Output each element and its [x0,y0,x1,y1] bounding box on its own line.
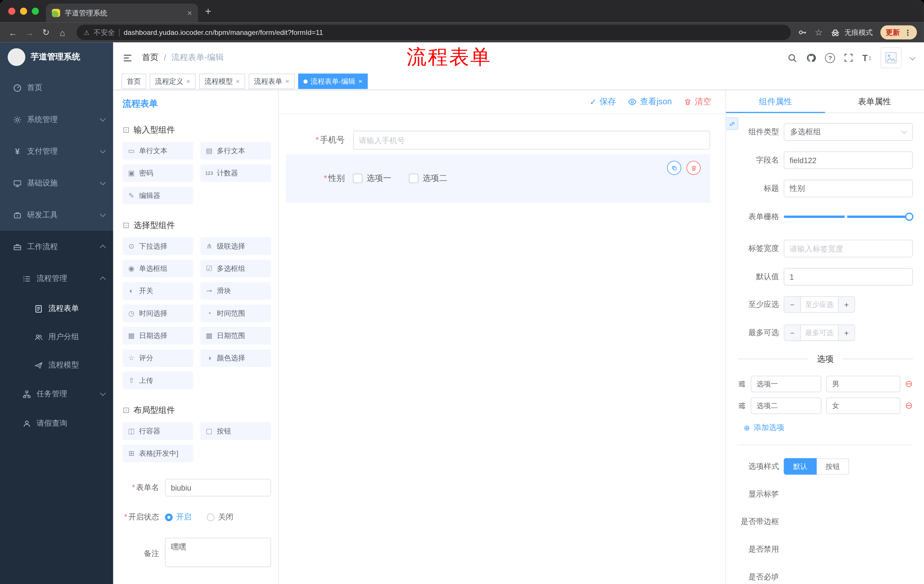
component-item-cascader[interactable]: ⋔级联选择 [200,237,271,255]
sidebar-item-infrastructure[interactable]: 基础设施 [0,167,113,199]
tag-close-icon[interactable]: × [186,77,190,86]
add-option-button[interactable]: ⊕ 添加选项 [744,422,913,433]
tag-process-definition[interactable]: 流程定义 × [150,74,196,89]
user-menu-caret-icon[interactable] [910,54,916,60]
option-label-input[interactable] [751,376,822,392]
font-size-icon[interactable]: T↕ [862,53,871,63]
tag-process-form-edit[interactable]: 流程表单-编辑 × [298,74,368,89]
clear-button[interactable]: 清空 [683,97,711,107]
component-item-time-picker[interactable]: ◷时间选择 [123,304,193,322]
component-item-table[interactable]: ⊞表格[开发中] [123,444,193,462]
window-minimize-button[interactable] [20,8,27,15]
window-close-button[interactable] [8,8,15,15]
component-item-radio-group[interactable]: ◉单选框组 [123,260,193,277]
status-radio-on[interactable]: 开启 [165,512,191,522]
fullscreen-icon[interactable] [844,53,853,63]
drag-handle-icon[interactable] [738,380,746,388]
sidebar-item-system-management[interactable]: 系统管理 [0,104,113,135]
component-item-single-text[interactable]: ▭单行文本 [123,142,193,160]
back-button[interactable]: ← [6,28,20,38]
sidebar-item-process-model[interactable]: 流程模型 [0,351,113,379]
window-zoom-button[interactable] [32,8,39,15]
component-type-select[interactable]: 多选框组 [784,123,912,141]
sidebar-item-process-management[interactable]: 流程管理 [0,263,113,294]
delete-component-button[interactable] [686,161,700,175]
max-select-input[interactable] [801,325,838,341]
component-item-multi-text[interactable]: ▤多行文本 [200,142,271,160]
password-key-icon[interactable] [798,28,807,37]
home-button[interactable]: ⌂ [56,28,69,38]
avatar[interactable] [880,47,901,68]
component-item-password[interactable]: ▣密码 [123,164,193,182]
sidebar-item-task-management[interactable]: 任务管理 [0,379,113,409]
component-item-rate[interactable]: ☆评分 [123,349,193,367]
sidebar-item-payment-management[interactable]: ¥ 支付管理 [0,135,113,167]
component-item-date-picker[interactable]: ▦日期选择 [123,327,193,345]
title-input[interactable] [784,180,912,197]
save-button[interactable]: ✓ 保存 [589,97,616,107]
sidebar-logo[interactable]: 芋道管理系统 [0,42,113,72]
breadcrumb-home[interactable]: 首页 [142,52,159,63]
component-item-checkbox-group[interactable]: ☑多选框组 [200,260,271,277]
sidebar-item-devtools[interactable]: 研发工具 [0,199,113,231]
option-label-input[interactable] [751,397,822,414]
status-radio-off[interactable]: 关闭 [207,512,233,522]
sidebar-item-leave-query[interactable]: 请假查询 [0,409,113,438]
gender-option-2[interactable]: 选项二 [409,173,447,184]
gender-option-1[interactable]: 选项一 [353,173,391,184]
decrement-button[interactable]: − [784,297,801,312]
help-icon[interactable]: ? [825,53,835,63]
decrement-button[interactable]: − [784,325,801,341]
component-item-switch[interactable]: ◐开关 [123,282,193,300]
component-item-editor[interactable]: ✎编辑器 [123,187,193,204]
style-button-button[interactable]: 按钮 [817,458,849,475]
browser-update-button[interactable]: 更新 ⋮ [880,25,917,39]
option-value-input[interactable] [826,397,900,414]
component-item-color-picker[interactable]: ◑颜色选择 [200,349,271,367]
tag-close-icon[interactable]: × [236,77,240,86]
remove-option-icon[interactable]: ⊖ [905,401,913,411]
phone-input[interactable] [353,131,710,150]
tag-process-model[interactable]: 流程模型 × [199,74,245,89]
min-select-input[interactable] [801,297,838,312]
component-item-time-range[interactable]: ◔时间范围 [200,304,271,322]
field-name-input[interactable] [784,151,912,169]
forward-button[interactable]: → [22,28,36,38]
form-name-input[interactable] [165,479,271,497]
slider-handle[interactable] [905,212,913,221]
browser-tab[interactable]: 芋道管理系统 × [46,3,198,22]
hamburger-icon[interactable] [123,53,133,63]
tab-component-props[interactable]: 组件属性 [726,90,825,112]
sidebar-item-process-form[interactable]: 流程表单 [0,294,113,323]
remove-option-icon[interactable]: ⊖ [905,379,913,388]
collapse-handle[interactable] [726,117,738,130]
address-bar[interactable]: ⚠ 不安全 dashboard.yudao.iocoder.cn/bpm/man… [77,25,790,40]
phone-field-row[interactable]: *手机号 [286,131,710,150]
tag-home[interactable]: 首页 [122,74,146,89]
copy-component-button[interactable] [667,161,681,175]
style-default-button[interactable]: 默认 [784,458,817,475]
component-item-counter[interactable]: 123计数器 [200,164,271,182]
gender-field-selected[interactable]: *性别 选项一 选项二 [286,154,710,202]
default-value-input[interactable] [784,268,912,286]
bookmark-star-icon[interactable]: ☆ [815,27,823,38]
increment-button[interactable]: + [838,297,855,312]
tab-form-props[interactable]: 表单属性 [825,90,924,112]
drag-handle-icon[interactable] [738,402,746,410]
component-item-row-container[interactable]: ◫行容器 [123,422,193,440]
label-width-input[interactable] [784,240,912,257]
tag-close-icon[interactable]: × [285,77,289,86]
form-remark-textarea[interactable]: 嘿嘿 [165,538,271,567]
component-item-select[interactable]: ⊙下拉选择 [123,237,193,255]
tag-process-form[interactable]: 流程表单 × [249,74,295,89]
search-icon[interactable] [787,53,797,63]
tab-close-icon[interactable]: × [187,8,192,18]
component-item-button[interactable]: ▢按钮 [200,422,271,440]
option-value-input[interactable] [826,376,900,392]
component-item-date-range[interactable]: ▩日期范围 [200,327,271,345]
reload-button[interactable]: ↻ [39,27,53,38]
sidebar-item-home[interactable]: 首页 [0,72,113,104]
component-item-slider[interactable]: ⊸滑块 [200,282,271,300]
form-grid-slider[interactable] [784,208,912,226]
browser-menu-icon[interactable]: ⋮ [904,28,912,37]
